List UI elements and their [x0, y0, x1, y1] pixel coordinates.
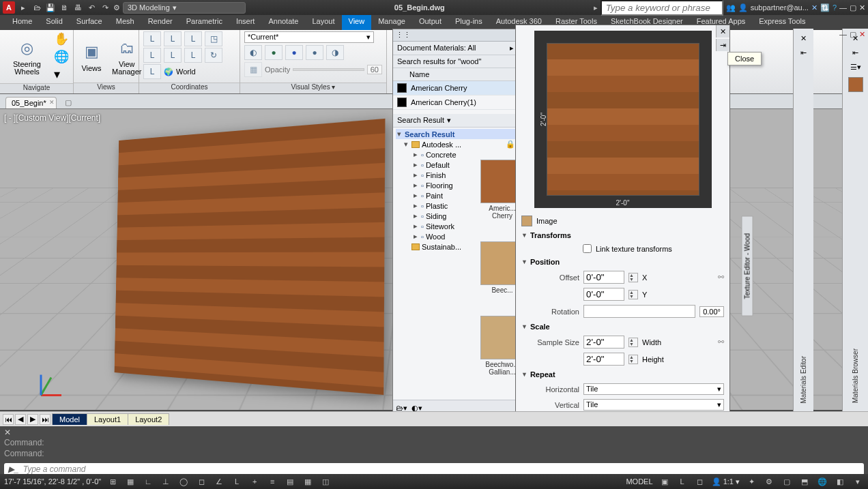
cmd-close-icon[interactable]: ✕: [4, 428, 11, 437]
ucs-icon[interactable]: L: [184, 31, 202, 46]
cmd-prompt-icon[interactable]: ▶_: [8, 464, 19, 474]
vs-icon[interactable]: ●: [285, 45, 303, 60]
mdi-close-icon[interactable]: ✕: [859, 30, 865, 39]
viewport-label[interactable]: [ - ][Custom View][Current]: [4, 113, 100, 123]
steering-wheels-button[interactable]: ◎ Steering Wheels: [4, 36, 50, 77]
panel-grip-icon[interactable]: ⋮⋮: [396, 31, 411, 40]
ucs-name[interactable]: World: [176, 68, 196, 76]
status-icon[interactable]: L: [676, 475, 689, 488]
ucs-icon[interactable]: ◳: [205, 31, 222, 46]
ucs-icon[interactable]: L: [143, 48, 161, 63]
vs-icon[interactable]: ●: [265, 45, 283, 60]
offset-y-input[interactable]: [583, 288, 624, 301]
help-icon[interactable]: ?: [833, 3, 837, 12]
views-button[interactable]: ▣ Views: [78, 40, 105, 74]
tab-nav-next-icon[interactable]: ▶: [27, 414, 38, 425]
status-coords[interactable]: 17'-7 15/16", 22'-8 1/2" , 0'-0": [4, 477, 101, 486]
user-account[interactable]: 👤subpartner@au...: [738, 3, 809, 12]
spinner-icon[interactable]: ▲▼: [628, 338, 638, 347]
menu-home[interactable]: Home: [5, 15, 39, 30]
layout-tab-layout2[interactable]: Layout2: [128, 413, 169, 425]
search-icon[interactable]: 👥: [726, 3, 736, 12]
saveas-icon[interactable]: 🗎: [59, 2, 70, 13]
status-icon[interactable]: 🌐: [816, 475, 828, 488]
lwt-icon[interactable]: ≡: [266, 475, 278, 488]
model-space-badge[interactable]: MODEL: [626, 477, 652, 486]
close-button[interactable]: ✕: [716, 25, 729, 38]
maximize-icon[interactable]: ▢: [850, 3, 856, 12]
menu-manage[interactable]: Manage: [371, 15, 412, 30]
section-repeat[interactable]: Repeat: [521, 368, 724, 381]
autohide-icon[interactable]: ⇥: [716, 39, 729, 51]
texture-editor-title[interactable]: Texture Editor - Wood: [742, 216, 753, 316]
status-icon[interactable]: ▣: [659, 475, 671, 488]
rotation-value[interactable]: 0.00°: [699, 306, 724, 317]
scale-width-input[interactable]: [583, 336, 624, 349]
status-icon[interactable]: ⊞: [106, 475, 119, 488]
ucs-icon[interactable]: L: [164, 48, 182, 63]
menu-output[interactable]: Output: [412, 15, 448, 30]
ucs-icon[interactable]: ↻: [205, 48, 222, 63]
spinner-icon[interactable]: ▲▼: [628, 355, 638, 364]
menu-view[interactable]: View: [342, 15, 372, 30]
exchange-icon[interactable]: ✕: [811, 3, 818, 12]
material-row[interactable]: American Cherry: [393, 81, 518, 95]
grid-icon[interactable]: ▦: [124, 475, 136, 488]
menu-plug-ins[interactable]: Plug-ins: [448, 15, 489, 30]
link-icon[interactable]: ⚯: [718, 273, 724, 282]
materials-editor-tab[interactable]: Materials Editor: [800, 356, 807, 403]
snap-icon[interactable]: ∟: [142, 475, 154, 488]
image-thumbnail-icon[interactable]: [521, 216, 532, 226]
otrack-icon[interactable]: ∠: [213, 475, 225, 488]
menu-layout[interactable]: Layout: [305, 15, 341, 30]
tab-nav-last-icon[interactable]: ⏭: [40, 414, 50, 425]
autohide-icon[interactable]: ⇤: [852, 48, 858, 57]
vs-icon[interactable]: ●: [306, 45, 323, 60]
materials-browser-tab[interactable]: Materials Browser: [852, 349, 859, 403]
menu-solid[interactable]: Solid: [39, 15, 69, 30]
document-tab[interactable]: 05_Begin*✕: [5, 97, 57, 108]
ortho-icon[interactable]: ⊥: [160, 475, 172, 488]
vs-icon[interactable]: ◐: [244, 45, 262, 60]
link-transforms-checkbox[interactable]: [583, 244, 592, 253]
spinner-icon[interactable]: ▲▼: [628, 290, 638, 299]
material-swatch[interactable]: [848, 77, 863, 92]
osnap-icon[interactable]: ◻: [195, 475, 207, 488]
menu-render[interactable]: Render: [141, 15, 179, 30]
status-icon[interactable]: ⬒: [798, 475, 811, 488]
command-input[interactable]: Type a command: [23, 464, 86, 474]
status-icon[interactable]: ⚙: [763, 475, 775, 488]
status-icon[interactable]: ▾: [852, 475, 864, 488]
ucs-icon[interactable]: L: [184, 48, 202, 63]
open-icon[interactable]: 🗁: [31, 2, 42, 13]
section-transforms[interactable]: Transforms: [521, 228, 724, 242]
undo-icon[interactable]: ↶: [86, 2, 97, 13]
status-icon[interactable]: ✦: [745, 475, 757, 488]
offset-x-input[interactable]: [583, 271, 624, 284]
link-icon[interactable]: ⚯: [718, 338, 724, 346]
menu-annotate[interactable]: Annotate: [261, 15, 305, 30]
status-icon[interactable]: ▢: [781, 475, 793, 488]
new-icon[interactable]: ▸: [18, 2, 29, 13]
section-position[interactable]: Position: [521, 255, 724, 269]
tab-nav-first-icon[interactable]: ⏮: [3, 414, 14, 425]
column-header-name[interactable]: Name: [393, 68, 518, 81]
cloud-icon[interactable]: 🔃: [820, 3, 830, 12]
search-result-tab[interactable]: Search Result: [397, 116, 444, 125]
close-icon[interactable]: ✕: [49, 99, 55, 106]
sc-icon[interactable]: ◫: [319, 475, 332, 488]
chevron-down-icon[interactable]: ▾: [447, 116, 451, 125]
orbit-icon[interactable]: 🌐: [54, 49, 69, 64]
close-icon[interactable]: ✕: [800, 34, 807, 43]
workspace-selector[interactable]: 3D Modeling▾: [123, 2, 246, 14]
menu-express-tools[interactable]: Express Tools: [752, 15, 812, 30]
dyn-icon[interactable]: +: [248, 475, 261, 488]
pan-icon[interactable]: ✋: [54, 31, 69, 46]
status-icon[interactable]: ◧: [834, 475, 846, 488]
visual-style-selector[interactable]: *Current*▾: [244, 31, 374, 43]
menu-surface[interactable]: Surface: [70, 15, 109, 30]
ucs-icon[interactable]: L: [164, 31, 182, 46]
ucs-axis-icon[interactable]: [20, 355, 61, 396]
section-scale[interactable]: Scale: [521, 320, 724, 334]
ucs-world-icon[interactable]: L: [143, 64, 161, 79]
